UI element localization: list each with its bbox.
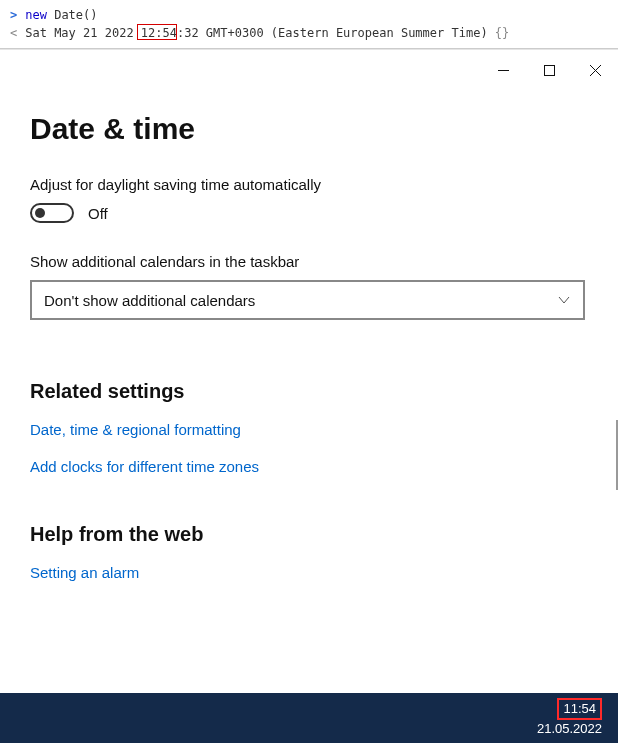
- minimize-button[interactable]: [480, 54, 526, 86]
- help-heading: Help from the web: [30, 523, 588, 546]
- dst-toggle[interactable]: [30, 203, 74, 223]
- console-input: new Date(): [25, 6, 97, 24]
- console-output: Sat May 21 2022 12:54:32 GMT+0300 (Easte…: [25, 24, 509, 42]
- taskbar-date: 21.05.2022: [537, 721, 602, 736]
- time-highlight-box: [137, 24, 177, 40]
- close-button[interactable]: [572, 54, 618, 86]
- dst-toggle-state: Off: [88, 205, 108, 222]
- toggle-knob: [35, 208, 45, 218]
- devtools-console: > new Date() < Sat May 21 2022 12:54:32 …: [0, 0, 618, 49]
- taskbar[interactable]: 11:54 21.05.2022: [0, 693, 618, 743]
- link-add-clocks[interactable]: Add clocks for different time zones: [30, 458, 588, 475]
- calendars-dropdown[interactable]: Don't show additional calendars: [30, 280, 585, 320]
- taskbar-time-highlight: 11:54: [557, 698, 602, 720]
- dst-label: Adjust for daylight saving time automati…: [30, 176, 588, 193]
- console-output-line: < Sat May 21 2022 12:54:32 GMT+0300 (Eas…: [10, 24, 608, 42]
- prompt-out-icon: <: [10, 24, 17, 42]
- prompt-in-icon: >: [10, 6, 17, 24]
- maximize-button[interactable]: [526, 54, 572, 86]
- link-regional-formatting[interactable]: Date, time & regional formatting: [30, 421, 588, 438]
- page-title: Date & time: [30, 112, 588, 146]
- window-titlebar: [0, 50, 618, 90]
- dst-toggle-row: Off: [30, 203, 588, 223]
- console-input-line: > new Date(): [10, 6, 608, 24]
- calendars-label: Show additional calendars in the taskbar: [30, 253, 588, 270]
- settings-content: Date & time Adjust for daylight saving t…: [0, 112, 618, 581]
- taskbar-time: 11:54: [563, 701, 596, 716]
- related-settings-heading: Related settings: [30, 380, 588, 403]
- dropdown-value: Don't show additional calendars: [44, 292, 255, 309]
- taskbar-clock[interactable]: 11:54 21.05.2022: [531, 696, 608, 739]
- link-setting-alarm[interactable]: Setting an alarm: [30, 564, 588, 581]
- svg-rect-1: [544, 65, 554, 75]
- chevron-down-icon: [557, 293, 571, 307]
- settings-window: Date & time Adjust for daylight saving t…: [0, 49, 618, 694]
